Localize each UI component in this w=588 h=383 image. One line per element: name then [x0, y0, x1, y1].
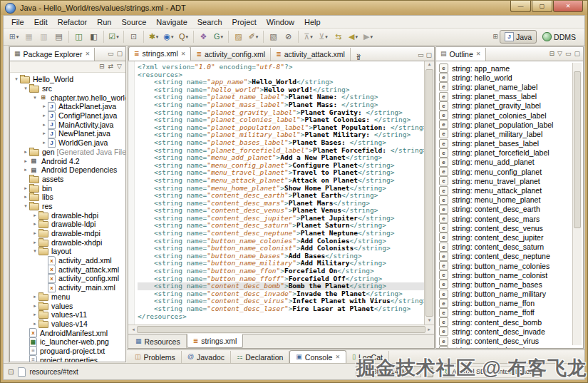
expand-arrow-icon[interactable]: ▸	[31, 321, 38, 327]
editor-tab-activity_config-xml[interactable]: ≣activity_config.xml	[191, 48, 271, 61]
scrollbar-thumb[interactable]	[574, 71, 581, 228]
minimize-icon[interactable]: ▭	[565, 51, 572, 57]
tree-item-activity-config-xml[interactable]: xactivity_config.xml	[10, 274, 125, 283]
sdk-manager-icon[interactable]: ◫	[71, 30, 86, 44]
tree-item-drawable-mdpi[interactable]: ▸drawable-mdpi	[10, 229, 125, 238]
package-explorer-tab[interactable]: ▦ Package Explorer ✕	[10, 48, 95, 61]
back-icon[interactable]: ◀▾	[346, 30, 361, 44]
tree-item-chapter-two-hello-world[interactable]: ▾⊞chapter.two.hello_world	[10, 93, 125, 102]
run-config-icon[interactable]: Q▾	[176, 30, 191, 44]
tree-item-drawable-xhdpi[interactable]: ▸drawable-xhdpi	[10, 238, 125, 247]
menu-file[interactable]: File	[6, 17, 29, 27]
outline-item-planet_forcefield_label[interactable]: estring: planet_forcefield_label	[439, 148, 583, 158]
expand-arrow-icon[interactable]: ▸	[41, 103, 48, 109]
scroll-up-icon[interactable]: ▴	[428, 61, 431, 68]
tree-item-activity-add-xml[interactable]: xactivity_add.xml	[10, 256, 125, 265]
expand-arrow-icon[interactable]: ▸	[22, 194, 29, 200]
outline-item-planet_bases_label[interactable]: estring: planet_bases_label	[439, 139, 583, 148]
view-menu-icon[interactable]: ▽	[117, 63, 122, 70]
minimize-icon[interactable]: ▭	[108, 51, 114, 57]
outline-item-planet_military_label[interactable]: estring: planet_military_label	[439, 129, 583, 138]
view-tab-logcat[interactable]: ▯LogCat	[346, 351, 389, 363]
tree-item-menu[interactable]: ▸menu	[10, 292, 125, 302]
menu-navigate[interactable]: Navigate	[151, 17, 192, 27]
tree-item-libs[interactable]: ▸libs	[10, 193, 125, 202]
tree-item-layout[interactable]: ▾layout	[10, 247, 125, 256]
outline-item-content_desc_earth[interactable]: estring: content_desc_earth	[439, 205, 583, 214]
outline-item-content_desc_neptune[interactable]: estring: content_desc_neptune	[439, 252, 583, 261]
open-perspective-icon[interactable]: ⊞	[492, 34, 498, 40]
code-line[interactable]: </resources>	[138, 313, 424, 321]
outline-item-menu_config_planet[interactable]: estring: menu_config_planet	[439, 167, 583, 176]
dropdown-arrow-icon[interactable]: ▾	[355, 34, 358, 40]
expand-arrow-icon[interactable]: ▸	[31, 230, 38, 236]
outline-scrollbar[interactable]	[572, 63, 582, 345]
dropdown-arrow-icon[interactable]: ▾	[370, 34, 373, 40]
tree-item-activity-main-xml[interactable]: xactivity_main.xml	[10, 283, 125, 292]
avd-manager-icon[interactable]: ◧	[86, 30, 101, 44]
expand-arrow-icon[interactable]: ▸	[31, 240, 38, 245]
dropdown-arrow-icon[interactable]: ▾	[171, 34, 174, 40]
scrollbar-thumb[interactable]	[425, 69, 433, 317]
trim-stack-icon[interactable]: ⊡	[8, 368, 14, 376]
view-tab-console[interactable]: ▣Console✕	[289, 350, 346, 363]
perspective-java-button[interactable]: J Java	[500, 30, 537, 44]
tree-item-hello-world[interactable]: ▾Hello_World	[10, 75, 125, 84]
view-menu-icon[interactable]: ▽	[557, 51, 562, 57]
next-annotation-icon[interactable]: ⊻▾	[316, 30, 331, 44]
expand-arrow-icon[interactable]: ▾	[13, 76, 20, 82]
dropdown-arrow-icon[interactable]: ▾	[116, 34, 119, 40]
expand-arrow-icon[interactable]: ▸	[31, 303, 38, 309]
scroll-down-icon[interactable]: ▾	[428, 317, 431, 325]
close-button[interactable]: ✕	[553, 1, 583, 12]
outline-item-content_desc_invade[interactable]: estring: content_desc_invade	[439, 327, 583, 336]
view-tab-problems[interactable]: ◫Problems	[129, 351, 182, 363]
outline-item-content_desc_saturn[interactable]: estring: content_desc_saturn	[439, 242, 583, 252]
tree-item-bin[interactable]: ▸bin	[10, 183, 125, 193]
expand-arrow-icon[interactable]: ▸	[31, 312, 38, 317]
close-icon[interactable]: ✕	[476, 51, 481, 57]
menu-run[interactable]: Run	[92, 17, 116, 27]
tree-item-mainactivity-java[interactable]: ▸JMainActivity.java	[10, 120, 125, 129]
garbage-collect-icon[interactable]	[425, 367, 433, 377]
dropdown-arrow-icon[interactable]: ▾	[256, 34, 259, 40]
vertical-scrollbar[interactable]: ▴ ▾	[424, 61, 434, 325]
menu-refactor[interactable]: Refactor	[53, 17, 93, 27]
outline-item-button_name_ffoff[interactable]: estring: button_name_ffoff	[439, 308, 583, 317]
expand-arrow-icon[interactable]: ▸	[31, 294, 38, 300]
close-icon[interactable]: ✕	[85, 51, 90, 57]
maximize-icon[interactable]: ▢	[425, 52, 432, 58]
tree-item-attackplanet-java[interactable]: ▸JAttackPlanet.java	[10, 102, 125, 111]
dropdown-arrow-icon[interactable]: ▾	[325, 34, 328, 40]
expand-arrow-icon[interactable]: ▸	[41, 122, 48, 128]
page-tab-resources[interactable]: ▦Resources	[130, 335, 187, 348]
horizontal-scrollbar[interactable]: ◂ ▸	[128, 325, 434, 334]
outline-item-content_desc_laser[interactable]: estring: content_desc_laser	[439, 346, 583, 348]
page-tab-strings-xml[interactable]: ≣strings.xml	[187, 334, 244, 348]
tree-item-values[interactable]: ▸values	[10, 301, 125, 310]
tree-item-values-v11[interactable]: ▸values-v11	[10, 310, 125, 320]
outline-item-planet_name_label[interactable]: estring: planet_name_label	[439, 82, 583, 91]
maximize-icon[interactable]: ▢	[116, 51, 123, 57]
skip-breakpoints-icon[interactable]: ⊘	[281, 30, 296, 44]
tree-item-values-v14[interactable]: ▸values-v14	[10, 320, 125, 329]
debug-icon[interactable]: ✱▾	[146, 30, 161, 44]
outline-item-menu_attack_planet[interactable]: estring: menu_attack_planet	[439, 185, 583, 195]
tree-item-newplanet-java[interactable]: ▸JNewPlanet.java	[10, 129, 125, 138]
tree-item-proguard-project-txt[interactable]: ≡proguard-project.txt	[10, 347, 125, 356]
tree-item-configplanet-java[interactable]: ▸JConfigPlanet.java	[10, 111, 125, 121]
maximize-button[interactable]: ▢	[532, 1, 552, 12]
outline-item-button_name_military[interactable]: estring: button_name_military	[439, 290, 583, 299]
menu-window[interactable]: Window	[262, 17, 299, 27]
expand-arrow-icon[interactable]: ▾	[22, 203, 29, 209]
outline-item-button_name_colonist[interactable]: estring: button_name_colonist	[439, 270, 583, 280]
outline-item-planet_colonies_label[interactable]: estring: planet_colonies_label	[439, 111, 583, 120]
tree-item-worldgen-java[interactable]: ▸JWorldGen.java	[10, 138, 125, 148]
expand-arrow-icon[interactable]: ▸	[31, 221, 38, 227]
tree-item-ic-launcher-web-png[interactable]: ▦ic_launcher-web.png	[10, 337, 125, 347]
outline-item-app_name[interactable]: estring: app_name	[439, 63, 583, 73]
dropdown-arrow-icon[interactable]: ▾	[310, 34, 313, 40]
view-tab-javadoc[interactable]: @Javadoc	[182, 351, 231, 363]
menu-search[interactable]: Search	[192, 17, 227, 27]
open-task-icon[interactable]: ⊡	[126, 30, 141, 44]
